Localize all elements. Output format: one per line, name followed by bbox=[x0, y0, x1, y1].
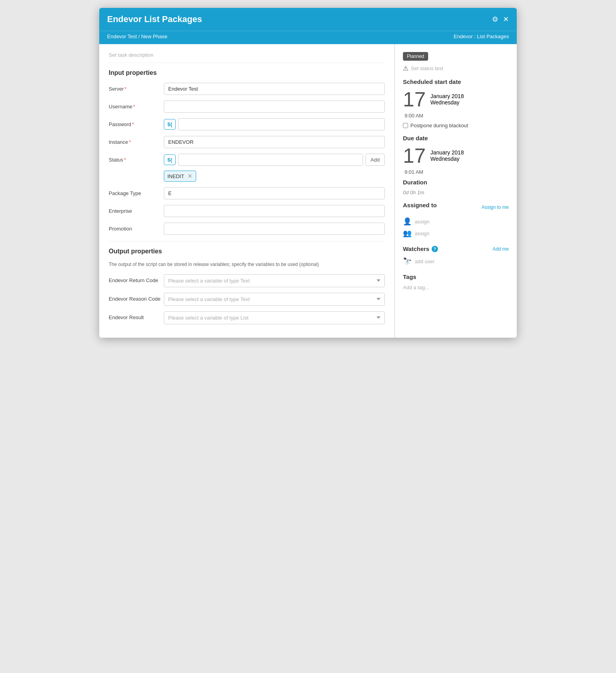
return-code-select[interactable]: Please select a variable of type Text bbox=[164, 274, 385, 287]
result-row: Endevor Result Please select a variable … bbox=[109, 311, 385, 324]
modal-title: Endevor List Packages bbox=[107, 14, 202, 24]
postpone-row: Postpone during blackout bbox=[403, 123, 509, 128]
due-month-year: January 2018 bbox=[430, 149, 464, 156]
promotion-field bbox=[164, 223, 385, 235]
due-date-text: January 2018 Wednesday bbox=[430, 149, 464, 162]
add-tag-button[interactable]: Add a tag... bbox=[403, 284, 429, 290]
username-input[interactable] bbox=[164, 100, 385, 113]
server-field bbox=[164, 83, 385, 95]
postpone-label: Postpone during blackout bbox=[410, 123, 468, 128]
due-time: 9:01 AM bbox=[404, 169, 509, 175]
due-date-title: Due date bbox=[403, 135, 509, 141]
server-label: Server* bbox=[109, 83, 164, 92]
package-type-input[interactable] bbox=[164, 187, 385, 199]
status-input[interactable] bbox=[178, 154, 363, 166]
add-me-button[interactable]: Add me bbox=[493, 246, 509, 252]
package-type-label: Package Type bbox=[109, 187, 164, 196]
breadcrumb-right: Endevor : List Packages bbox=[454, 33, 509, 39]
group-icon: 👥 bbox=[403, 229, 412, 238]
return-code-field: Please select a variable of type Text bbox=[164, 274, 385, 287]
scheduled-date-display: 17 January 2018 Wednesday bbox=[403, 89, 509, 110]
status-tag-remove[interactable]: ✕ bbox=[187, 173, 193, 180]
settings-icon[interactable]: ⚙ bbox=[492, 15, 498, 24]
modal-header: Endevor List Packages ⚙ ✕ bbox=[99, 8, 517, 31]
duration-title: Duration bbox=[403, 179, 509, 186]
result-label: Endevor Result bbox=[109, 311, 164, 320]
assigned-to-title: Assigned to bbox=[403, 202, 437, 208]
scheduled-day: 17 bbox=[403, 89, 426, 110]
due-day: 17 bbox=[403, 145, 426, 166]
status-row: Status* ${ Add INEDIT ✕ bbox=[109, 154, 385, 182]
server-row: Server* bbox=[109, 83, 385, 95]
close-icon[interactable]: ✕ bbox=[503, 15, 509, 24]
status-text-row: ⚠ Set status text bbox=[403, 65, 509, 72]
assign-group-row[interactable]: 👥 assign bbox=[403, 227, 509, 239]
due-weekday: Wednesday bbox=[430, 156, 464, 162]
status-field: ${ Add INEDIT ✕ bbox=[164, 154, 385, 182]
add-user-label: add user bbox=[415, 258, 435, 264]
scheduled-month-year: January 2018 bbox=[430, 93, 464, 99]
result-field: Please select a variable of type List bbox=[164, 311, 385, 324]
instance-row: Instance* bbox=[109, 136, 385, 148]
left-panel: Set task description Input properties Se… bbox=[99, 44, 395, 338]
due-date-display: 17 January 2018 Wednesday bbox=[403, 145, 509, 166]
watchers-label: Watchers bbox=[403, 245, 429, 252]
reason-code-select[interactable]: Please select a variable of type Text bbox=[164, 293, 385, 306]
status-text-placeholder[interactable]: Set status text bbox=[411, 65, 443, 71]
duration-value: 0d 0h 1m bbox=[403, 190, 509, 195]
status-tag: INEDIT ✕ bbox=[164, 171, 196, 182]
promotion-input[interactable] bbox=[164, 223, 385, 235]
status-var-button[interactable]: ${ bbox=[164, 154, 176, 165]
instance-field bbox=[164, 136, 385, 148]
package-type-row: Package Type bbox=[109, 187, 385, 199]
password-input[interactable] bbox=[178, 118, 385, 130]
enterprise-field bbox=[164, 205, 385, 217]
package-type-field bbox=[164, 187, 385, 199]
server-input[interactable] bbox=[164, 83, 385, 95]
planned-badge: Planned bbox=[403, 52, 428, 61]
status-tags: INEDIT ✕ bbox=[164, 168, 385, 182]
watchers-title-group: Watchers ? bbox=[403, 245, 438, 252]
breadcrumb-left: Endevor Test / New Phase bbox=[107, 33, 167, 39]
header-icons: ⚙ ✕ bbox=[492, 15, 509, 24]
binoculars-icon: 🔭 bbox=[403, 257, 412, 266]
reason-code-row: Endevor Reason Code Please select a vari… bbox=[109, 293, 385, 306]
add-user-row[interactable]: 🔭 add user bbox=[403, 255, 509, 267]
breadcrumb: Endevor Test / New Phase Endevor : List … bbox=[99, 31, 517, 44]
input-properties-title: Input properties bbox=[109, 69, 385, 76]
assign-to-me-button[interactable]: Assign to me bbox=[482, 205, 509, 210]
tags-title: Tags bbox=[403, 273, 509, 280]
instance-input[interactable] bbox=[164, 136, 385, 148]
watchers-help-icon[interactable]: ? bbox=[432, 246, 438, 252]
instance-label: Instance* bbox=[109, 136, 164, 145]
assigned-section: Assigned to Assign to me 👤 assign 👥 assi… bbox=[403, 202, 509, 239]
password-var-button[interactable]: ${ bbox=[164, 119, 176, 130]
scheduled-time: 9:00 AM bbox=[404, 113, 509, 119]
right-panel: Planned ⚠ Set status text Scheduled star… bbox=[395, 44, 517, 338]
password-row: Password* ${ bbox=[109, 118, 385, 130]
password-label: Password* bbox=[109, 118, 164, 127]
output-properties-title: Output properties bbox=[109, 248, 385, 255]
watchers-header: Watchers ? Add me bbox=[403, 245, 509, 252]
username-row: Username* bbox=[109, 100, 385, 113]
scheduled-date-text: January 2018 Wednesday bbox=[430, 93, 464, 106]
modal-window: Endevor List Packages ⚙ ✕ Endevor Test /… bbox=[99, 8, 517, 338]
enterprise-input[interactable] bbox=[164, 205, 385, 217]
scheduled-start-title: Scheduled start date bbox=[403, 78, 509, 85]
scheduled-weekday: Wednesday bbox=[430, 99, 464, 106]
person-icon: 👤 bbox=[403, 217, 412, 226]
assign-group-label: assign bbox=[415, 231, 430, 236]
assign-person-row[interactable]: 👤 assign bbox=[403, 216, 509, 227]
task-description-label[interactable]: Set task description bbox=[109, 52, 385, 63]
assign-person-label: assign bbox=[415, 219, 430, 225]
promotion-label: Promotion bbox=[109, 223, 164, 232]
username-label: Username* bbox=[109, 100, 164, 110]
status-label: Status* bbox=[109, 154, 164, 163]
status-add-button[interactable]: Add bbox=[366, 154, 385, 166]
tags-section: Tags Add a tag... bbox=[403, 273, 509, 290]
username-field bbox=[164, 100, 385, 113]
info-icon: ⚠ bbox=[403, 65, 408, 72]
postpone-checkbox[interactable] bbox=[403, 123, 408, 128]
result-select[interactable]: Please select a variable of type List bbox=[164, 311, 385, 324]
promotion-row: Promotion bbox=[109, 223, 385, 235]
